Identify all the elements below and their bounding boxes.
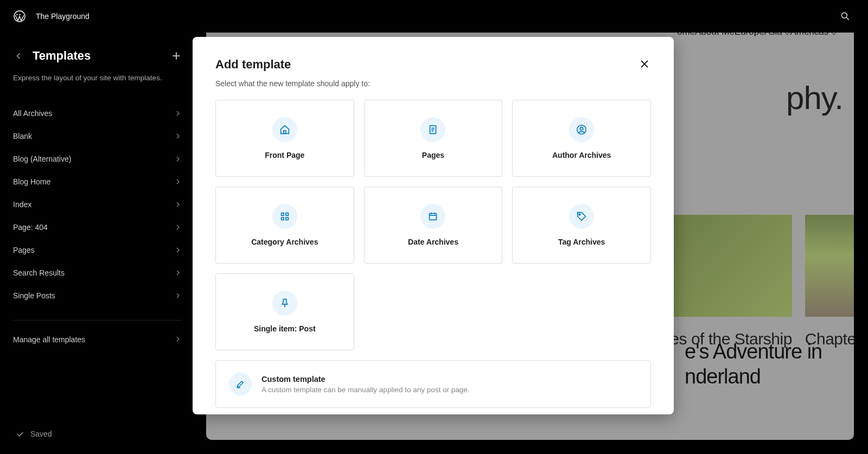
admin-top-bar: The Playground bbox=[0, 0, 868, 33]
template-card-category-archives[interactable]: Category Archives bbox=[215, 187, 354, 264]
custom-template-desc: A custom template can be manually applie… bbox=[261, 386, 469, 394]
saved-status: Saved bbox=[15, 429, 52, 439]
close-icon[interactable] bbox=[638, 57, 651, 71]
template-card-pages[interactable]: Pages bbox=[364, 100, 503, 177]
sidebar-item-single-posts[interactable]: Single Posts bbox=[13, 284, 182, 307]
search-icon[interactable] bbox=[840, 11, 851, 22]
tag-icon bbox=[569, 204, 594, 229]
sidebar-item-index[interactable]: Index bbox=[13, 193, 182, 216]
sidebar-item-blog-home[interactable]: Blog Home bbox=[13, 170, 182, 193]
site-title[interactable]: The Playground bbox=[36, 12, 90, 21]
chevron-right-icon bbox=[174, 223, 182, 232]
sidebar-header: Templates bbox=[13, 49, 182, 63]
preview-image bbox=[805, 215, 854, 317]
author-icon bbox=[569, 117, 594, 142]
sidebar-description: Express the layout of your site with tem… bbox=[13, 73, 182, 84]
template-card-date-archives[interactable]: Date Archives bbox=[364, 187, 503, 264]
add-template-icon[interactable] bbox=[170, 50, 182, 62]
home-icon bbox=[272, 117, 297, 142]
template-list: All Archives Blank Blog (Alternative) Bl… bbox=[13, 102, 182, 307]
chevron-right-icon bbox=[174, 155, 182, 163]
svg-point-1 bbox=[841, 12, 847, 18]
sidebar-item-blog-alternative[interactable]: Blog (Alternative) bbox=[13, 148, 182, 170]
chevron-right-icon bbox=[174, 109, 182, 118]
svg-point-21 bbox=[579, 214, 580, 215]
chevron-right-icon bbox=[174, 335, 182, 345]
sidebar-item-page-404[interactable]: Page: 404 bbox=[13, 216, 182, 239]
add-template-modal: Add template Select what the new templat… bbox=[193, 37, 674, 414]
wordpress-logo-icon[interactable] bbox=[13, 10, 26, 23]
template-card-front-page[interactable]: Front Page bbox=[215, 100, 354, 177]
svg-line-2 bbox=[847, 18, 849, 20]
modal-description: Select what the new template should appl… bbox=[215, 79, 651, 88]
svg-rect-15 bbox=[281, 218, 284, 220]
edit-icon bbox=[229, 373, 252, 395]
back-icon[interactable] bbox=[13, 50, 24, 61]
calendar-icon bbox=[420, 204, 445, 229]
preview-card: Chapter 1: Down the Rabbit-Hole Alice bbox=[805, 215, 854, 349]
svg-rect-17 bbox=[430, 214, 437, 220]
divider bbox=[13, 320, 182, 321]
svg-point-12 bbox=[580, 127, 583, 130]
category-icon bbox=[272, 204, 297, 229]
pin-icon bbox=[272, 291, 297, 316]
chevron-right-icon bbox=[174, 200, 182, 209]
svg-rect-16 bbox=[286, 218, 289, 220]
manage-all-templates[interactable]: Manage all templates bbox=[13, 328, 182, 351]
sidebar: Templates Express the layout of your sit… bbox=[0, 33, 195, 454]
sidebar-title: Templates bbox=[33, 49, 91, 63]
chevron-right-icon bbox=[174, 177, 182, 186]
svg-rect-14 bbox=[286, 213, 289, 216]
chevron-right-icon bbox=[174, 291, 182, 300]
page-icon bbox=[420, 117, 445, 142]
svg-rect-13 bbox=[281, 213, 284, 216]
chevron-right-icon bbox=[174, 246, 182, 254]
chevron-right-icon bbox=[174, 132, 182, 140]
sidebar-item-search-results[interactable]: Search Results bbox=[13, 261, 182, 284]
custom-template-title: Custom template bbox=[261, 375, 469, 383]
sidebar-item-blank[interactable]: Blank bbox=[13, 125, 182, 148]
sidebar-item-pages[interactable]: Pages bbox=[13, 239, 182, 261]
modal-title: Add template bbox=[215, 57, 291, 72]
preview-large-title: e's Adventure in nderland bbox=[685, 340, 837, 389]
custom-template-card[interactable]: Custom template A custom template can be… bbox=[215, 360, 651, 408]
template-card-tag-archives[interactable]: Tag Archives bbox=[512, 187, 651, 264]
chevron-right-icon bbox=[174, 268, 182, 277]
sidebar-item-all-archives[interactable]: All Archives bbox=[13, 102, 182, 125]
template-card-author-archives[interactable]: Author Archives bbox=[512, 100, 651, 177]
template-card-single-post[interactable]: Single item: Post bbox=[215, 273, 354, 350]
